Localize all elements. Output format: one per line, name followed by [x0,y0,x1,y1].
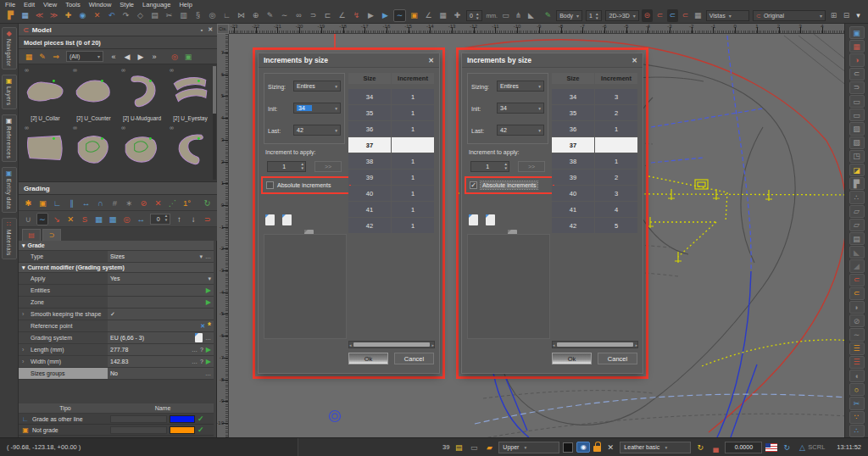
modifier-curve-icon[interactable]: ∼ [36,213,49,225]
layer-color-swatch[interactable] [563,442,573,453]
increments-by-size-dialog[interactable]: Increments by size✕Sizing:Entires▾Init:3… [258,53,440,374]
active-curve-icon[interactable]: ∼ [393,9,406,22]
mirror-tool-icon[interactable]: ⋈ [235,9,248,22]
next-piece-icon[interactable]: ▶ [135,51,147,62]
color-swatch[interactable] [170,415,195,423]
table-row[interactable]: 352 [552,105,638,121]
shoe-red-blue-icon[interactable]: ⊜ [642,9,653,22]
modifier-arrow-icon[interactable]: ↘ [50,213,63,225]
property-value[interactable]: EU (6,66 - 3)… [108,332,214,343]
scroll-left-icon[interactable]: ◂ [349,342,352,348]
grade-settings-icon[interactable]: ✱ [22,197,35,209]
pen-tool-icon[interactable]: ✎ [264,9,276,22]
property-row-length-mm-[interactable]: Length (mm)›277.78…?▶ [19,344,214,356]
ellipsis-button[interactable]: … [205,253,211,259]
modifier-target-icon[interactable]: ◎ [120,213,133,225]
close-icon[interactable]: ✕ [208,26,213,33]
model-panel-header[interactable]: ⊂ Model ▪ ✕ [19,24,217,36]
apply-arrow-icon[interactable]: ▶ [206,346,211,353]
property-value[interactable]: Yes▾ [108,273,214,284]
table-row[interactable]: 414 [552,202,638,218]
piece-filter-select[interactable]: (All)▾ [66,51,103,62]
body-select[interactable]: Body▾ [556,10,582,21]
circle-slash-icon[interactable]: ⊘ [849,314,865,327]
shoe-blue-icon[interactable]: ⊂ [667,9,678,22]
sidebar-tab-materials[interactable]: ∷Materials [2,218,17,259]
copy-icon[interactable]: ▤ [148,9,161,22]
horizontal-scrollbar[interactable]: ◂▸ [552,341,638,348]
cut-icon[interactable]: ✂ [163,9,175,22]
grade-steps-icon[interactable]: ⋰ [166,197,179,209]
axes-icon[interactable]: ✕ [200,323,205,330]
cursor-blue-icon[interactable]: ▶ [379,9,392,22]
copy-table-icon[interactable] [265,214,275,225]
groups-list-panel[interactable] [467,234,550,339]
menu-item-style[interactable]: Style [120,1,134,8]
property-row-zone[interactable]: Zone▶ [19,297,214,309]
grade-remove-icon[interactable]: ✕ [152,197,164,209]
grade-lock-icon[interactable]: ▣ [36,197,49,209]
angle-tool-icon[interactable]: ∠ [336,9,348,22]
property-row-smooth-keeping-the-shape[interactable]: Smooth keeping the shape›✓ [19,309,214,320]
nodes-blue-icon[interactable]: ∴ [849,425,865,437]
apply-increment-button[interactable]: >> [518,161,545,172]
comment-icon[interactable]: ▭ [500,9,511,22]
language-flag-icon[interactable] [765,443,777,452]
panel-icon[interactable]: ▭ [849,95,865,108]
table-row[interactable]: 391 [348,170,435,186]
stack-red-blue-icon[interactable]: ☰ [849,356,865,369]
help-icon[interactable]: ? [200,359,203,364]
half-circle-red-icon[interactable]: ◑ [849,53,865,66]
modifier-table2-icon[interactable]: ▦ [107,213,120,225]
property-value[interactable]: 142.83…?▶ [108,356,214,367]
pan-icon[interactable]: ✚ [62,9,75,22]
ellipsis-button[interactable]: … [192,347,198,353]
import-model-icon[interactable]: ≪ [33,9,46,22]
pin-point-icon[interactable]: ◎ [206,9,219,22]
shoe-dark2-icon[interactable]: ◢ [849,259,865,272]
sidebar-tab-entity-data[interactable]: ▣Entity data [2,167,17,213]
lock-icon[interactable] [593,446,601,452]
cube-blue-icon[interactable]: ▣ [849,26,865,39]
layer-select[interactable]: Upper▾ [498,442,559,453]
table-row[interactable]: 361 [348,121,435,137]
shoe-tool-icon[interactable]: ◣ [526,9,537,22]
pieces-grid-icon[interactable]: ▦ [23,51,35,62]
link-tool-icon[interactable]: ∞ [292,9,305,22]
scroll-left-icon[interactable]: ◂ [553,342,555,348]
piece-thumbnail[interactable]: ∞[2] U_Eyestay [167,67,214,121]
copy-table-icon[interactable] [469,214,478,225]
table-row[interactable]: 361 [552,121,638,137]
menu-item-file[interactable]: File [5,1,15,8]
nodes-orange-icon[interactable]: ∵ [849,411,865,424]
flask-blue-icon[interactable]: △ [796,442,808,453]
paste-table-icon[interactable] [486,214,495,225]
last-select[interactable]: 42▾ [497,125,544,136]
property-value[interactable]: ▶ [108,297,214,308]
scrollbar-thumb[interactable] [557,342,634,347]
wedge2-icon[interactable]: ◖ [849,370,865,382]
zoom-icon[interactable]: ◉ [76,9,89,22]
target-tool-icon[interactable]: ⊕ [249,9,262,22]
increment-spinner[interactable]: 1▲▼ [267,161,306,172]
menu-item-tools[interactable]: Tools [65,1,81,8]
paste-table-icon[interactable] [282,214,292,225]
document-icon[interactable] [195,333,203,342]
brick-red-icon[interactable]: ▄ [709,442,721,453]
table-row[interactable]: 411 [348,202,435,218]
ellipsis-button[interactable]: … [205,335,211,341]
modifier-count-spinner[interactable]: 0▲▼ [150,214,170,225]
corner-tool-icon[interactable]: ∟ [220,9,233,22]
chevron-down-icon[interactable]: ▾ [199,253,203,260]
scrollbar-thumb[interactable] [353,342,431,347]
views-select[interactable]: Vistas▾ [706,10,749,21]
sidebar-tab-layers[interactable]: ▣Layers [2,75,17,109]
shoe-red-icon[interactable]: ⊂ [654,9,665,22]
table-row[interactable]: 343 [552,89,638,105]
pen-green-icon[interactable]: ✎ [542,9,554,22]
grade-merge-icon[interactable]: ∗ [123,197,136,209]
print-icon[interactable]: ▭ [468,442,480,453]
offset-spinner[interactable]: 0▲▼ [466,10,482,21]
sidebar-tab-references[interactable]: ▣References [2,114,17,162]
ruler-tool-icon[interactable]: ⊏ [321,9,334,22]
